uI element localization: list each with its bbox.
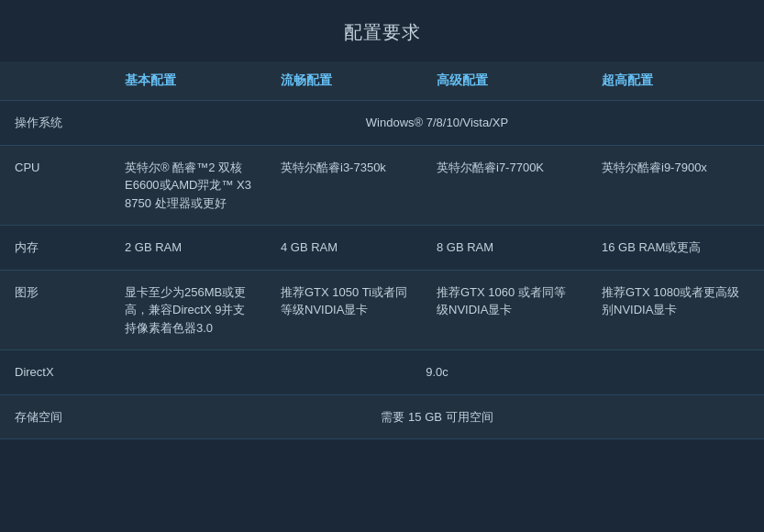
row-advanced: 8 GB RAM	[422, 226, 587, 271]
page-title: 配置要求	[0, 0, 764, 61]
row-smooth: 英特尔酷睿i3-7350k	[266, 145, 422, 226]
row-label: DirectX	[0, 350, 110, 395]
table-row: DirectX 9.0c	[0, 350, 764, 395]
table-row: 内存 2 GB RAM 4 GB RAM 8 GB RAM 16 GB RAM或…	[0, 226, 764, 271]
table-row: CPU 英特尔® 酷睿™2 双核 E6600或AMD羿龙™ X3 8750 处理…	[0, 145, 764, 226]
table-header: 基本配置 流畅配置 高级配置 超高配置	[0, 61, 764, 101]
header-advanced: 高级配置	[422, 61, 587, 101]
row-label: CPU	[0, 145, 110, 226]
row-advanced: 推荐GTX 1060 或者同等级NVIDIA显卡	[422, 270, 587, 350]
header-basic: 基本配置	[110, 61, 266, 101]
header-label	[0, 61, 110, 101]
row-value: 需要 15 GB 可用空间	[110, 394, 764, 439]
requirements-table: 基本配置 流畅配置 高级配置 超高配置 操作系统 Windows® 7/8/10…	[0, 61, 764, 439]
row-ultra: 推荐GTX 1080或者更高级别NVIDIA显卡	[587, 270, 764, 350]
row-value: Windows® 7/8/10/Vista/XP	[110, 101, 764, 146]
row-basic: 显卡至少为256MB或更高，兼容DirectX 9并支持像素着色器3.0	[110, 270, 266, 350]
row-advanced: 英特尔酷睿i7-7700K	[422, 145, 587, 226]
header-ultra: 超高配置	[587, 61, 764, 101]
table-row: 操作系统 Windows® 7/8/10/Vista/XP	[0, 101, 764, 146]
row-label: 内存	[0, 226, 110, 271]
row-ultra: 英特尔酷睿i9-7900x	[587, 145, 764, 226]
row-smooth: 推荐GTX 1050 Ti或者同等级NVIDIA显卡	[266, 270, 422, 350]
row-basic: 2 GB RAM	[110, 226, 266, 271]
row-label: 存储空间	[0, 394, 110, 439]
header-smooth: 流畅配置	[266, 61, 422, 101]
table-row: 图形 显卡至少为256MB或更高，兼容DirectX 9并支持像素着色器3.0 …	[0, 270, 764, 350]
table-row: 存储空间 需要 15 GB 可用空间	[0, 394, 764, 439]
row-ultra: 16 GB RAM或更高	[587, 226, 764, 271]
row-label: 操作系统	[0, 101, 110, 146]
row-value: 9.0c	[110, 350, 764, 395]
row-basic: 英特尔® 酷睿™2 双核 E6600或AMD羿龙™ X3 8750 处理器或更好	[110, 145, 266, 226]
row-label: 图形	[0, 270, 110, 350]
row-smooth: 4 GB RAM	[266, 226, 422, 271]
